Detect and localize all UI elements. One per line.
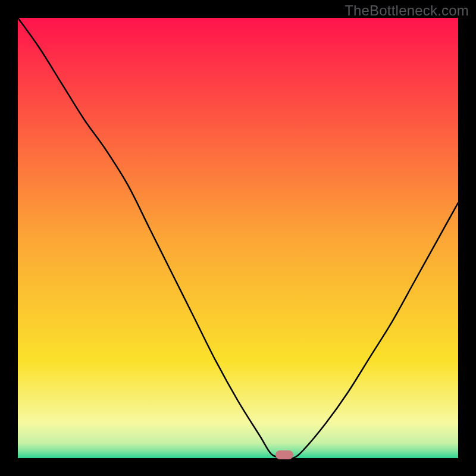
watermark-text: TheBottleneck.com [345, 2, 469, 19]
optimal-marker [275, 450, 293, 459]
chart-frame: TheBottleneck.com [0, 0, 476, 476]
bottleneck-plot [18, 18, 458, 458]
gradient-background [18, 18, 458, 458]
